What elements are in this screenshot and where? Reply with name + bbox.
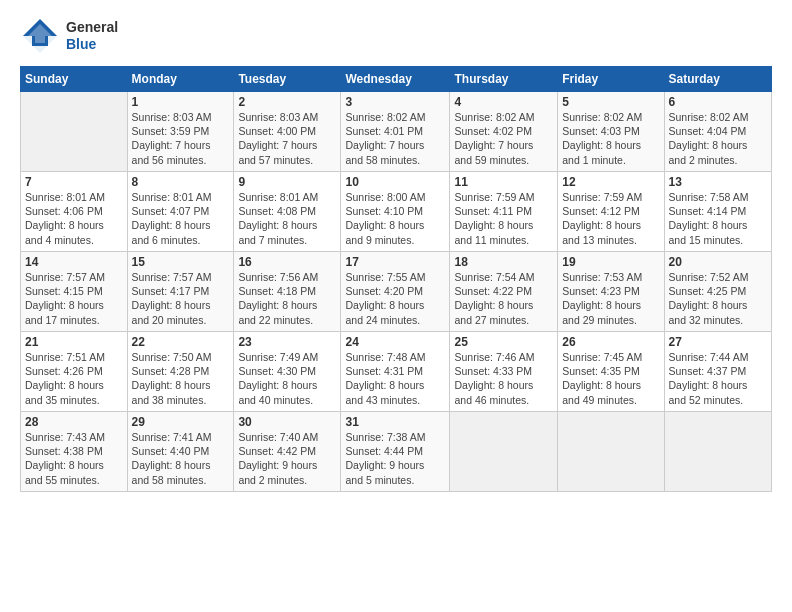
day-info: Sunrise: 7:49 AM Sunset: 4:30 PM Dayligh…	[238, 350, 336, 407]
day-number: 29	[132, 415, 230, 429]
calendar-cell: 5Sunrise: 8:02 AM Sunset: 4:03 PM Daylig…	[558, 92, 664, 172]
day-info: Sunrise: 8:02 AM Sunset: 4:03 PM Dayligh…	[562, 110, 659, 167]
day-number: 25	[454, 335, 553, 349]
logo: General Blue	[20, 16, 118, 56]
day-number: 31	[345, 415, 445, 429]
weekday-header-tuesday: Tuesday	[234, 67, 341, 92]
weekday-header-sunday: Sunday	[21, 67, 128, 92]
calendar-cell: 30Sunrise: 7:40 AM Sunset: 4:42 PM Dayli…	[234, 412, 341, 492]
calendar-cell: 14Sunrise: 7:57 AM Sunset: 4:15 PM Dayli…	[21, 252, 128, 332]
day-info: Sunrise: 7:45 AM Sunset: 4:35 PM Dayligh…	[562, 350, 659, 407]
calendar-week-row: 14Sunrise: 7:57 AM Sunset: 4:15 PM Dayli…	[21, 252, 772, 332]
day-info: Sunrise: 7:57 AM Sunset: 4:15 PM Dayligh…	[25, 270, 123, 327]
day-info: Sunrise: 8:01 AM Sunset: 4:07 PM Dayligh…	[132, 190, 230, 247]
calendar-cell: 21Sunrise: 7:51 AM Sunset: 4:26 PM Dayli…	[21, 332, 128, 412]
day-info: Sunrise: 7:38 AM Sunset: 4:44 PM Dayligh…	[345, 430, 445, 487]
day-info: Sunrise: 7:59 AM Sunset: 4:12 PM Dayligh…	[562, 190, 659, 247]
calendar-cell: 23Sunrise: 7:49 AM Sunset: 4:30 PM Dayli…	[234, 332, 341, 412]
calendar-cell: 1Sunrise: 8:03 AM Sunset: 3:59 PM Daylig…	[127, 92, 234, 172]
day-info: Sunrise: 8:01 AM Sunset: 4:08 PM Dayligh…	[238, 190, 336, 247]
day-number: 21	[25, 335, 123, 349]
calendar-cell: 22Sunrise: 7:50 AM Sunset: 4:28 PM Dayli…	[127, 332, 234, 412]
day-info: Sunrise: 7:46 AM Sunset: 4:33 PM Dayligh…	[454, 350, 553, 407]
calendar-cell: 18Sunrise: 7:54 AM Sunset: 4:22 PM Dayli…	[450, 252, 558, 332]
day-info: Sunrise: 8:01 AM Sunset: 4:06 PM Dayligh…	[25, 190, 123, 247]
day-number: 26	[562, 335, 659, 349]
weekday-header-wednesday: Wednesday	[341, 67, 450, 92]
day-number: 13	[669, 175, 767, 189]
calendar-cell: 2Sunrise: 8:03 AM Sunset: 4:00 PM Daylig…	[234, 92, 341, 172]
day-number: 28	[25, 415, 123, 429]
page: General Blue SundayMondayTuesdayWednesda…	[0, 0, 792, 612]
day-number: 7	[25, 175, 123, 189]
calendar-cell: 10Sunrise: 8:00 AM Sunset: 4:10 PM Dayli…	[341, 172, 450, 252]
day-number: 19	[562, 255, 659, 269]
calendar-cell: 12Sunrise: 7:59 AM Sunset: 4:12 PM Dayli…	[558, 172, 664, 252]
calendar-cell: 13Sunrise: 7:58 AM Sunset: 4:14 PM Dayli…	[664, 172, 771, 252]
calendar-cell: 3Sunrise: 8:02 AM Sunset: 4:01 PM Daylig…	[341, 92, 450, 172]
day-number: 4	[454, 95, 553, 109]
day-number: 24	[345, 335, 445, 349]
logo-blue-text: Blue	[66, 36, 118, 53]
calendar-header-row: SundayMondayTuesdayWednesdayThursdayFrid…	[21, 67, 772, 92]
day-number: 30	[238, 415, 336, 429]
day-info: Sunrise: 8:02 AM Sunset: 4:04 PM Dayligh…	[669, 110, 767, 167]
calendar-cell: 6Sunrise: 8:02 AM Sunset: 4:04 PM Daylig…	[664, 92, 771, 172]
calendar-cell	[450, 412, 558, 492]
calendar-cell: 17Sunrise: 7:55 AM Sunset: 4:20 PM Dayli…	[341, 252, 450, 332]
day-info: Sunrise: 7:50 AM Sunset: 4:28 PM Dayligh…	[132, 350, 230, 407]
calendar-week-row: 7Sunrise: 8:01 AM Sunset: 4:06 PM Daylig…	[21, 172, 772, 252]
day-info: Sunrise: 7:52 AM Sunset: 4:25 PM Dayligh…	[669, 270, 767, 327]
calendar-cell: 16Sunrise: 7:56 AM Sunset: 4:18 PM Dayli…	[234, 252, 341, 332]
day-info: Sunrise: 8:03 AM Sunset: 3:59 PM Dayligh…	[132, 110, 230, 167]
day-info: Sunrise: 7:43 AM Sunset: 4:38 PM Dayligh…	[25, 430, 123, 487]
day-number: 10	[345, 175, 445, 189]
calendar-week-row: 1Sunrise: 8:03 AM Sunset: 3:59 PM Daylig…	[21, 92, 772, 172]
logo-general-text: General	[66, 19, 118, 36]
calendar-cell: 15Sunrise: 7:57 AM Sunset: 4:17 PM Dayli…	[127, 252, 234, 332]
calendar-week-row: 21Sunrise: 7:51 AM Sunset: 4:26 PM Dayli…	[21, 332, 772, 412]
day-info: Sunrise: 7:53 AM Sunset: 4:23 PM Dayligh…	[562, 270, 659, 327]
day-number: 14	[25, 255, 123, 269]
day-number: 18	[454, 255, 553, 269]
calendar-cell: 28Sunrise: 7:43 AM Sunset: 4:38 PM Dayli…	[21, 412, 128, 492]
header: General Blue	[20, 16, 772, 56]
calendar-cell	[21, 92, 128, 172]
day-number: 12	[562, 175, 659, 189]
day-info: Sunrise: 8:00 AM Sunset: 4:10 PM Dayligh…	[345, 190, 445, 247]
calendar-cell: 8Sunrise: 8:01 AM Sunset: 4:07 PM Daylig…	[127, 172, 234, 252]
day-info: Sunrise: 8:02 AM Sunset: 4:01 PM Dayligh…	[345, 110, 445, 167]
day-info: Sunrise: 7:57 AM Sunset: 4:17 PM Dayligh…	[132, 270, 230, 327]
calendar-cell: 24Sunrise: 7:48 AM Sunset: 4:31 PM Dayli…	[341, 332, 450, 412]
calendar-cell: 26Sunrise: 7:45 AM Sunset: 4:35 PM Dayli…	[558, 332, 664, 412]
day-info: Sunrise: 7:40 AM Sunset: 4:42 PM Dayligh…	[238, 430, 336, 487]
calendar-table: SundayMondayTuesdayWednesdayThursdayFrid…	[20, 66, 772, 492]
day-number: 20	[669, 255, 767, 269]
calendar-week-row: 28Sunrise: 7:43 AM Sunset: 4:38 PM Dayli…	[21, 412, 772, 492]
day-info: Sunrise: 7:54 AM Sunset: 4:22 PM Dayligh…	[454, 270, 553, 327]
day-info: Sunrise: 7:59 AM Sunset: 4:11 PM Dayligh…	[454, 190, 553, 247]
day-info: Sunrise: 7:58 AM Sunset: 4:14 PM Dayligh…	[669, 190, 767, 247]
logo-text-container: General Blue	[66, 19, 118, 53]
calendar-cell: 27Sunrise: 7:44 AM Sunset: 4:37 PM Dayli…	[664, 332, 771, 412]
day-number: 1	[132, 95, 230, 109]
calendar-cell: 29Sunrise: 7:41 AM Sunset: 4:40 PM Dayli…	[127, 412, 234, 492]
calendar-cell: 4Sunrise: 8:02 AM Sunset: 4:02 PM Daylig…	[450, 92, 558, 172]
calendar-cell: 11Sunrise: 7:59 AM Sunset: 4:11 PM Dayli…	[450, 172, 558, 252]
weekday-header-friday: Friday	[558, 67, 664, 92]
weekday-header-monday: Monday	[127, 67, 234, 92]
day-number: 17	[345, 255, 445, 269]
day-number: 27	[669, 335, 767, 349]
day-number: 22	[132, 335, 230, 349]
day-number: 3	[345, 95, 445, 109]
calendar-cell: 7Sunrise: 8:01 AM Sunset: 4:06 PM Daylig…	[21, 172, 128, 252]
day-info: Sunrise: 7:41 AM Sunset: 4:40 PM Dayligh…	[132, 430, 230, 487]
calendar-cell: 25Sunrise: 7:46 AM Sunset: 4:33 PM Dayli…	[450, 332, 558, 412]
calendar-cell	[558, 412, 664, 492]
day-info: Sunrise: 7:55 AM Sunset: 4:20 PM Dayligh…	[345, 270, 445, 327]
calendar-cell	[664, 412, 771, 492]
day-info: Sunrise: 7:48 AM Sunset: 4:31 PM Dayligh…	[345, 350, 445, 407]
day-info: Sunrise: 8:03 AM Sunset: 4:00 PM Dayligh…	[238, 110, 336, 167]
day-number: 23	[238, 335, 336, 349]
calendar-cell: 19Sunrise: 7:53 AM Sunset: 4:23 PM Dayli…	[558, 252, 664, 332]
